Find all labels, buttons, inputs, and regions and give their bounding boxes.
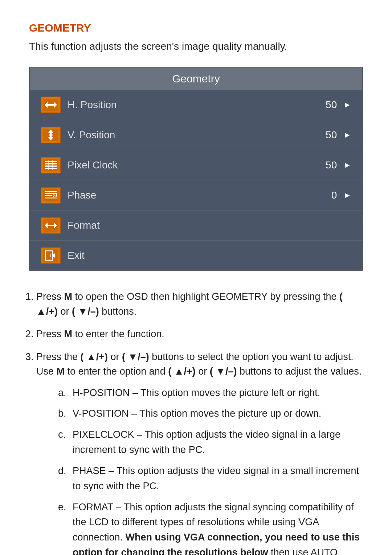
bold-m2: M [64, 328, 73, 339]
pixelclock-icon [41, 157, 61, 174]
letter-d: d. [58, 464, 73, 479]
letter-b: b. [58, 406, 73, 421]
section-title: GEOMETRY [29, 22, 363, 34]
sub-text-e: FORMAT – This option adjusts the signal … [73, 500, 363, 555]
instructions-list: Press M to open the OSD then highlight G… [36, 289, 363, 555]
svg-rect-17 [48, 160, 49, 170]
bold-up2: ( ▲/+) [81, 351, 108, 362]
svg-rect-14 [45, 163, 57, 164]
sub-item-c: c. PIXELCLOCK – This option adjusts the … [58, 427, 363, 458]
bold-up3: ( ▲/+) [168, 366, 195, 377]
vpos-arrow: ► [343, 130, 351, 140]
letter-c: c. [58, 427, 73, 442]
sub-item-e: e. FORMAT – This option adjusts the sign… [58, 500, 363, 555]
osd-row-exit: Exit [30, 241, 362, 270]
svg-rect-37 [52, 255, 55, 256]
svg-rect-13 [45, 161, 57, 162]
phase-label: Phase [68, 189, 322, 201]
hpos-arrow: ► [343, 100, 351, 110]
svg-rect-25 [45, 199, 57, 199]
osd-row-format: Format [30, 211, 362, 241]
sub-item-d: d. PHASE – This option adjusts the video… [58, 464, 363, 494]
phase-value: 0 [322, 189, 337, 201]
osd-row-hposition: H. Position 50 ► [30, 90, 362, 120]
vpos-icon [41, 127, 61, 143]
osd-row-vposition: V. Position 50 ► [30, 120, 362, 150]
exit-label: Exit [68, 250, 351, 261]
svg-rect-15 [45, 166, 57, 167]
bold-down3: ( ▼/–) [210, 366, 237, 377]
svg-rect-23 [45, 195, 52, 196]
page-content: GEOMETRY This function adjusts the scree… [0, 0, 392, 555]
hpos-value: 50 [322, 99, 337, 111]
instruction-1: Press M to open the OSD then highlight G… [36, 289, 363, 319]
instruction-2: Press M to enter the function. [36, 327, 363, 342]
sub-text-a: H-POSITION – This option moves the pictu… [73, 385, 320, 401]
letter-a: a. [58, 385, 73, 401]
osd-row-pixelclock: Pixel Clock 50 ► [30, 150, 362, 180]
svg-rect-38 [50, 254, 51, 257]
format-icon [41, 217, 61, 234]
svg-point-10 [49, 133, 53, 137]
instruction-3: Press the ( ▲/+) or ( ▼/–) buttons to se… [36, 350, 363, 555]
osd-row-phase: Phase 0 ► [30, 180, 362, 211]
vpos-label: V. Position [68, 129, 322, 141]
letter-e: e. [58, 500, 73, 515]
svg-rect-21 [45, 191, 57, 192]
svg-rect-27 [54, 195, 56, 196]
hpos-label: H. Position [68, 99, 322, 111]
phase-arrow: ► [343, 191, 351, 200]
pixelclock-arrow: ► [343, 160, 351, 170]
sub-text-d: PHASE – This option adjusts the video si… [73, 464, 363, 494]
svg-rect-18 [52, 160, 53, 170]
bold-down1: ( ▼/–) [72, 306, 99, 317]
format-label: Format [68, 220, 330, 231]
bold-format-warning: When using VGA connection, you need to u… [73, 532, 360, 555]
exit-icon [41, 247, 61, 264]
pixelclock-value: 50 [322, 159, 337, 171]
svg-rect-16 [45, 168, 57, 169]
bold-m1: M [64, 291, 73, 302]
svg-rect-32 [48, 225, 54, 226]
intro-text: This function adjusts the screen's image… [29, 41, 363, 52]
osd-title: Geometry [30, 68, 362, 90]
phase-icon [41, 187, 61, 204]
osd-menu-box: Geometry H. Position 50 ► [29, 67, 363, 271]
bold-down2: ( ▼/–) [122, 351, 149, 362]
sub-item-a: a. H-POSITION – This option moves the pi… [58, 385, 363, 401]
vpos-value: 50 [322, 129, 337, 141]
sub-text-c: PIXELCLOCK – This option adjusts the vid… [73, 427, 363, 458]
sub-text-b: V-POSITION – This option moves the pictu… [73, 406, 321, 421]
bold-m3: M [57, 366, 65, 377]
sub-item-b: b. V-POSITION – This option moves the pi… [58, 406, 363, 421]
svg-rect-4 [48, 104, 54, 106]
svg-rect-12 [43, 159, 58, 171]
pixelclock-label: Pixel Clock [68, 159, 322, 171]
hpos-icon [41, 97, 61, 113]
sub-list: a. H-POSITION – This option moves the pi… [58, 385, 363, 555]
